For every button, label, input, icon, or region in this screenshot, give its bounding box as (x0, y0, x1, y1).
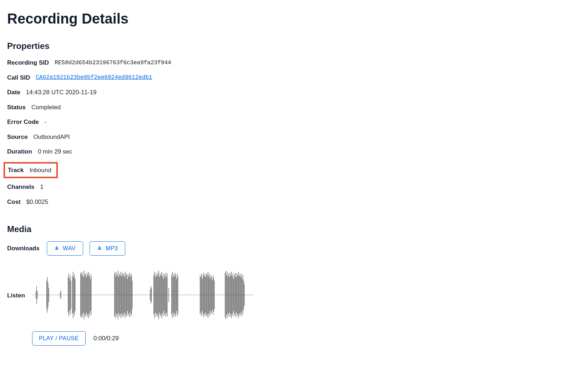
svg-rect-81 (165, 276, 165, 313)
svg-rect-82 (166, 273, 166, 317)
svg-rect-22 (82, 275, 82, 315)
svg-rect-141 (242, 279, 242, 311)
svg-rect-70 (157, 273, 157, 317)
svg-rect-26 (85, 275, 85, 315)
svg-rect-14 (71, 281, 71, 309)
svg-rect-134 (237, 273, 237, 316)
svg-rect-115 (213, 278, 214, 312)
property-value: 14:43:28 UTC 2020-11-19 (26, 88, 97, 97)
svg-rect-118 (226, 271, 226, 319)
svg-rect-77 (162, 276, 162, 313)
property-value: - (45, 117, 47, 127)
property-label: Channels (7, 182, 35, 192)
svg-rect-72 (158, 271, 159, 319)
svg-rect-143 (243, 281, 244, 309)
svg-rect-5 (47, 277, 47, 313)
svg-rect-102 (204, 276, 204, 313)
svg-rect-32 (89, 276, 89, 313)
svg-rect-24 (83, 277, 84, 313)
svg-rect-68 (156, 273, 156, 316)
svg-rect-144 (244, 284, 244, 306)
download-wav-button[interactable]: WAV (47, 241, 83, 256)
svg-rect-6 (48, 282, 48, 307)
property-track: Track Inbound (8, 166, 51, 175)
download-wav-label: WAV (63, 245, 76, 252)
svg-rect-91 (175, 273, 175, 317)
svg-rect-29 (87, 273, 87, 317)
svg-rect-133 (236, 277, 237, 313)
svg-rect-139 (241, 277, 241, 313)
svg-rect-56 (128, 276, 129, 313)
property-value: Inbound (29, 166, 51, 175)
svg-rect-65 (153, 275, 154, 315)
svg-rect-79 (163, 279, 164, 311)
download-mp3-label: MP3 (106, 245, 118, 252)
svg-rect-95 (178, 276, 178, 313)
svg-rect-142 (243, 275, 243, 315)
svg-rect-110 (210, 279, 210, 311)
svg-rect-104 (206, 277, 206, 313)
property-label: Error Code (7, 117, 39, 127)
svg-rect-138 (240, 274, 240, 316)
svg-rect-124 (230, 273, 230, 317)
svg-rect-100 (203, 275, 203, 315)
svg-rect-8 (60, 292, 60, 298)
svg-rect-23 (82, 273, 83, 317)
play-pause-button[interactable]: PLAY / PAUSE (32, 331, 86, 346)
svg-rect-116 (214, 281, 214, 309)
listen-row: Listen (7, 266, 564, 325)
svg-rect-37 (115, 272, 115, 318)
svg-rect-54 (127, 279, 127, 311)
svg-rect-53 (126, 273, 127, 316)
svg-rect-106 (207, 275, 207, 315)
property-status: Status Completed (7, 103, 564, 112)
svg-rect-111 (211, 275, 211, 315)
svg-rect-30 (87, 275, 88, 315)
svg-rect-92 (176, 275, 176, 315)
property-recording-sid: Recording SID RE50d2d654b23196763f6c3ea9… (7, 58, 564, 67)
property-label: Status (7, 103, 26, 112)
svg-rect-71 (158, 275, 158, 315)
svg-rect-128 (233, 273, 233, 316)
svg-rect-58 (130, 277, 130, 313)
svg-rect-50 (124, 277, 125, 313)
property-label: Track (8, 166, 24, 175)
svg-rect-129 (233, 279, 234, 311)
svg-rect-75 (161, 275, 161, 315)
svg-rect-44 (120, 275, 120, 315)
call-sid-link[interactable]: CA62a1921b23be0bf2ee6024ed9612edb1 (36, 73, 152, 82)
svg-rect-123 (229, 277, 229, 313)
svg-rect-46 (121, 276, 122, 313)
property-value: Completed (31, 103, 61, 112)
svg-rect-36 (114, 273, 115, 316)
downloads-label: Downloads (7, 245, 40, 252)
svg-rect-76 (161, 272, 162, 318)
svg-rect-67 (155, 277, 155, 313)
waveform-display[interactable] (32, 266, 253, 325)
svg-rect-38 (116, 276, 116, 313)
svg-rect-33 (90, 273, 90, 316)
svg-rect-125 (231, 275, 231, 315)
downloads-row: Downloads WAV MP3 (7, 241, 564, 256)
svg-rect-137 (239, 276, 239, 313)
svg-rect-114 (213, 275, 213, 315)
download-mp3-button[interactable]: MP3 (90, 241, 125, 256)
svg-rect-28 (86, 277, 86, 313)
svg-rect-15 (72, 276, 72, 313)
svg-rect-132 (236, 273, 236, 317)
svg-rect-108 (208, 276, 209, 313)
svg-rect-43 (119, 273, 120, 316)
svg-rect-66 (154, 272, 155, 318)
svg-rect-35 (91, 275, 91, 315)
svg-rect-62 (150, 290, 150, 300)
svg-rect-47 (122, 273, 122, 317)
svg-rect-120 (227, 272, 227, 318)
property-source: Source OutboundAPI (7, 132, 564, 142)
svg-rect-135 (238, 275, 238, 315)
svg-rect-85 (168, 288, 169, 302)
svg-rect-48 (123, 275, 123, 315)
svg-rect-45 (121, 272, 121, 318)
svg-rect-4 (46, 281, 47, 309)
svg-rect-101 (203, 273, 204, 317)
svg-rect-90 (174, 276, 175, 313)
